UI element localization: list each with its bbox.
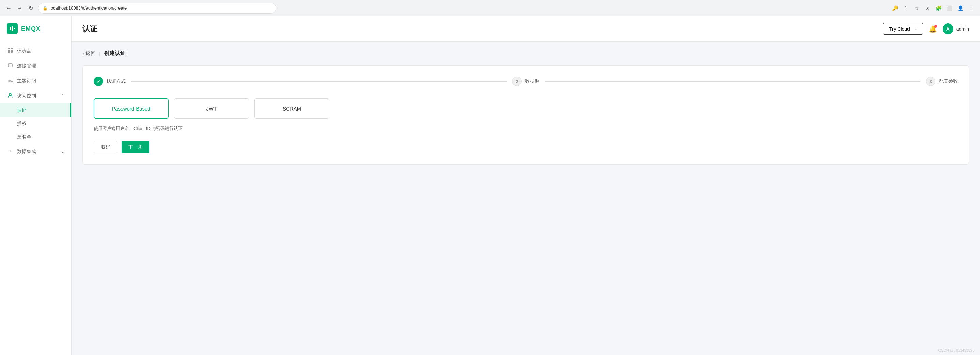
step-2-label: 数据源 (525, 78, 539, 84)
step-1-circle: ✓ (94, 76, 103, 86)
page-footer: CSDN @u013433595 (72, 345, 980, 355)
puzzle-icon[interactable]: 🧩 (934, 3, 943, 13)
try-cloud-arrow-icon: → (912, 26, 917, 32)
sidebar-item-access-control-label: 访问控制 (17, 93, 36, 99)
sidebar-item-data-integration[interactable]: 数据集成 ⌄ (0, 144, 71, 159)
x-icon[interactable]: ✕ (923, 3, 932, 13)
page-title: 认证 (83, 24, 97, 34)
sidebar-item-auth-label: 认证 (17, 107, 27, 113)
svg-rect-8 (9, 65, 11, 65)
back-chevron-icon: ‹ (83, 51, 84, 57)
svg-rect-9 (9, 66, 11, 66)
next-button[interactable]: 下一步 (122, 141, 150, 153)
sidebar-logo: EMQX (0, 16, 71, 41)
svg-rect-2 (14, 28, 15, 29)
method-password-based-label: Password-Based (112, 106, 150, 111)
method-description: 使用客户端用户名、Client ID 与密码进行认证 (94, 125, 958, 132)
bookmark-icon[interactable]: ☆ (912, 3, 921, 13)
sidebar-item-dashboard[interactable]: 仪表盘 (0, 44, 71, 59)
notification-badge (934, 25, 937, 27)
action-buttons: 取消 下一步 (94, 141, 958, 153)
step-3: 3 配置参数 (926, 76, 958, 86)
sidebar: EMQX 仪表盘 (0, 16, 72, 355)
dashboard-icon (7, 48, 14, 54)
sidebar-item-authz[interactable]: 授权 (0, 117, 71, 131)
svg-rect-10 (11, 81, 13, 82)
sidebar-item-connection[interactable]: 连接管理 (0, 59, 71, 73)
main-content: 认证 Try Cloud → 🔔 A admin (72, 16, 980, 355)
menu-icon[interactable]: ⋮ (966, 3, 976, 13)
header-actions: Try Cloud → 🔔 A admin (883, 23, 969, 35)
watermark-text: CSDN @u013433595 (938, 348, 975, 352)
method-jwt[interactable]: JWT (174, 98, 249, 119)
cancel-button[interactable]: 取消 (94, 141, 118, 153)
browser-actions: 🔑 ⇧ ☆ ✕ 🧩 ⬜ 👤 ⋮ (890, 3, 976, 13)
logo-icon (7, 23, 18, 34)
step-3-label: 配置参数 (939, 78, 958, 84)
page-body: ‹ 返回 | 创建认证 ✓ 认证方式 2 数据源 (72, 42, 980, 345)
key-icon[interactable]: 🔑 (890, 3, 900, 13)
sidebar-item-dashboard-label: 仪表盘 (17, 48, 31, 54)
method-jwt-label: JWT (206, 106, 217, 111)
sidebar-item-auth[interactable]: 认证 (0, 103, 71, 117)
access-control-icon (7, 92, 14, 99)
try-cloud-button[interactable]: Try Cloud → (883, 23, 923, 35)
step-line-2 (545, 81, 920, 82)
sidebar-item-blacklist[interactable]: 黑名单 (0, 131, 71, 144)
sidebar-item-blacklist-label: 黑名单 (17, 134, 31, 140)
upload-icon[interactable]: ⇧ (901, 3, 910, 13)
method-scram[interactable]: SCRAM (255, 98, 329, 119)
step-1: ✓ 认证方式 (94, 76, 126, 86)
user-name: admin (956, 26, 969, 32)
topics-icon (7, 78, 14, 84)
breadcrumb-divider: | (99, 51, 100, 57)
browser-chrome: ← → ↻ 🔒 localhost:18083/#/authentication… (0, 0, 980, 16)
steps: ✓ 认证方式 2 数据源 3 配置参数 (94, 76, 958, 86)
svg-rect-1 (11, 26, 13, 31)
sidebar-item-data-integration-label: 数据集成 (17, 149, 36, 155)
user-info[interactable]: A admin (943, 24, 969, 34)
lock-icon: 🔒 (43, 6, 48, 11)
breadcrumb: ‹ 返回 | 创建认证 (83, 50, 969, 57)
address-bar[interactable]: 🔒 localhost:18083/#/authentication/creat… (38, 3, 277, 14)
notification-button[interactable]: 🔔 (929, 25, 937, 33)
svg-rect-0 (10, 27, 11, 30)
sidebar-item-access-control[interactable]: 访问控制 ⌃ (0, 89, 71, 103)
step-2: 2 数据源 (512, 76, 539, 86)
svg-rect-5 (8, 50, 10, 53)
breadcrumb-back[interactable]: ‹ 返回 (83, 50, 96, 57)
svg-rect-4 (11, 48, 13, 49)
connection-icon (7, 63, 14, 70)
method-scram-label: SCRAM (283, 106, 301, 111)
data-integration-icon (7, 148, 14, 155)
sidebar-item-connection-label: 连接管理 (17, 63, 36, 69)
refresh-button[interactable]: ↻ (26, 3, 35, 13)
try-cloud-label: Try Cloud (889, 26, 910, 32)
forward-button[interactable]: → (15, 3, 24, 13)
sidebar-item-topics[interactable]: 主题订阅 (0, 73, 71, 89)
svg-rect-3 (8, 48, 10, 49)
profile-icon[interactable]: 👤 (956, 3, 965, 13)
sidebar-item-topics-label: 主题订阅 (17, 78, 36, 84)
page-header: 认证 Try Cloud → 🔔 A admin (72, 16, 980, 42)
svg-rect-6 (11, 50, 13, 53)
sidebar-nav: 仪表盘 连接管理 (0, 41, 71, 355)
access-control-chevron-icon: ⌃ (61, 94, 64, 98)
user-avatar: A (943, 24, 953, 34)
breadcrumb-current: 创建认证 (104, 50, 126, 57)
sidebar-item-authz-label: 授权 (17, 121, 27, 127)
create-card: ✓ 认证方式 2 数据源 3 配置参数 (83, 65, 969, 165)
method-password-based[interactable]: Password-Based (94, 98, 169, 119)
method-options: Password-Based JWT SCRAM (94, 98, 958, 119)
window-icon[interactable]: ⬜ (945, 3, 954, 13)
svg-rect-7 (8, 63, 12, 67)
data-integration-chevron-icon: ⌄ (61, 149, 64, 154)
nav-buttons: ← → ↻ (4, 3, 35, 13)
step-2-circle: 2 (512, 76, 522, 86)
step-line-1 (131, 81, 507, 82)
logo-text: EMQX (21, 25, 41, 32)
step-1-label: 认证方式 (107, 78, 126, 84)
step-3-circle: 3 (926, 76, 935, 86)
url-text: localhost:18083/#/authentication/create (50, 5, 127, 11)
back-button[interactable]: ← (4, 3, 14, 13)
